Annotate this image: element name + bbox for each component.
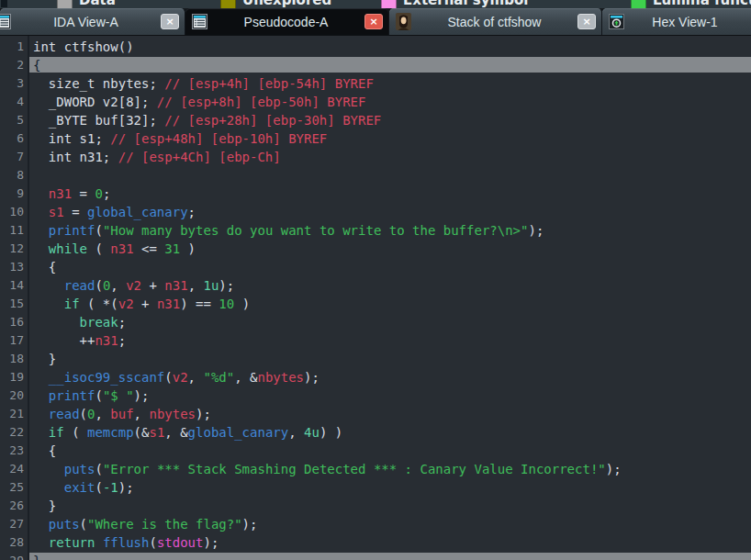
- code-text: {: [33, 442, 56, 460]
- code-line[interactable]: 6 int s1; // [esp+48h] [ebp-10h] BYREF: [0, 129, 751, 148]
- code-token: v2: [173, 370, 188, 385]
- current-line-highlight: [29, 57, 751, 73]
- code-token: read: [49, 407, 80, 421]
- code-line[interactable]: 10 s1 = global_canary;: [0, 203, 751, 221]
- code-line[interactable]: 16 break;: [0, 313, 751, 331]
- code-token: [33, 205, 49, 219]
- code-token: (: [80, 407, 87, 421]
- code-token: +: [141, 278, 164, 293]
- code-line[interactable]: 19 __isoc99_sscanf(v2, "%d", &nbytes);: [0, 368, 751, 386]
- code-line[interactable]: 25 exit(-1);: [0, 478, 751, 497]
- code-line[interactable]: 3 size_t nbytes; // [esp+4h] [ebp-54h] B…: [0, 74, 751, 93]
- close-icon[interactable]: ×: [577, 14, 596, 29]
- tab-stack-of-ctfshow[interactable]: Stack of ctfshow×: [389, 8, 602, 35]
- code-text: s1 = global_canary;: [33, 203, 196, 221]
- code-token: );: [606, 462, 622, 476]
- code-token: =: [64, 205, 87, 219]
- code-token: ( *(: [80, 297, 118, 311]
- code-line[interactable]: 29}: [0, 552, 751, 560]
- code-line[interactable]: 23 {: [0, 442, 751, 460]
- stack-frame-icon: [395, 13, 411, 30]
- tab-pseudocode-a[interactable]: Pseudocode-A×: [185, 8, 389, 35]
- legend-color-swatch: [381, 0, 397, 8]
- code-token: nbytes: [257, 370, 304, 385]
- code-line[interactable]: 21 read(0, buf, nbytes);: [0, 405, 751, 423]
- close-icon[interactable]: ×: [364, 14, 383, 29]
- code-line[interactable]: 15 if ( *(v2 + n31) == 10 ): [0, 295, 751, 313]
- code-line[interactable]: 4 _DWORD v2[8]; // [esp+8h] [ebp-50h] BY…: [0, 93, 751, 111]
- code-line[interactable]: 28 return fflush(stdout);: [0, 533, 751, 552]
- line-number: 20: [0, 386, 24, 405]
- code-token: if: [64, 297, 80, 311]
- code-line[interactable]: 2{: [0, 56, 751, 74]
- code-token: ,: [188, 278, 204, 293]
- code-line[interactable]: 1int ctfshow(): [0, 38, 751, 56]
- code-line[interactable]: 18 }: [0, 350, 751, 368]
- code-token: [33, 223, 49, 238]
- code-token: [33, 186, 49, 201]
- code-token: );: [219, 278, 234, 293]
- code-line[interactable]: 14 read(0, v2 + n31, 1u);: [0, 276, 751, 295]
- code-text: int ctfshow(): [33, 38, 134, 56]
- code-line[interactable]: 27 puts("Where is the flag?");: [0, 515, 751, 533]
- code-token: 31: [164, 241, 180, 256]
- code-line[interactable]: 12 while ( n31 <= 31 ): [0, 240, 751, 258]
- code-text: size_t nbytes; // [esp+4h] [ebp-54h] BYR…: [33, 74, 374, 93]
- code-line[interactable]: 11 printf("How many bytes do you want to…: [0, 221, 751, 240]
- code-text: _DWORD v2[8]; // [esp+8h] [ebp-50h] BYRE…: [33, 93, 365, 111]
- code-line[interactable]: 8: [0, 166, 751, 185]
- close-icon[interactable]: ×: [161, 14, 179, 29]
- code-token: s1: [149, 425, 164, 440]
- line-number: 19: [0, 368, 24, 386]
- code-line[interactable]: 9 n31 = 0;: [0, 185, 751, 203]
- code-token: // [esp+8h] [ebp-50h] BYREF: [157, 95, 366, 109]
- code-token: n31: [164, 278, 187, 293]
- ida-view-icon: [0, 13, 11, 30]
- code-token: [33, 535, 49, 550]
- code-text: while ( n31 <= 31 ): [33, 240, 196, 258]
- code-text: puts("Where is the flag?");: [33, 515, 257, 533]
- code-line[interactable]: 7 int n31; // [esp+4Ch] [ebp-Ch]: [0, 148, 751, 166]
- code-token: , &: [234, 370, 257, 385]
- code-token: __isoc99_sscanf: [49, 370, 164, 385]
- line-number: 26: [0, 497, 24, 515]
- code-text: }: [33, 350, 56, 368]
- code-line[interactable]: 24 puts("Error *** Stack Smashing Detect…: [0, 460, 751, 478]
- code-token: (: [95, 278, 102, 293]
- code-token: , &: [164, 425, 187, 440]
- tab-label: Stack of ctfshow: [411, 15, 577, 29]
- code-text: n31 = 0;: [33, 185, 110, 203]
- line-number: 5: [0, 111, 24, 129]
- code-line[interactable]: 17 ++n31;: [0, 331, 751, 350]
- code-token: _DWORD v2[8];: [33, 95, 157, 109]
- line-number: 29: [0, 552, 24, 560]
- ida-pro-window: DataUnexploredExternal symbolLumina func…: [0, 0, 751, 560]
- code-token: (: [80, 517, 87, 532]
- code-token: read: [64, 278, 95, 293]
- code-token: =: [72, 186, 95, 201]
- legend-label: Lumina function: [653, 0, 751, 8]
- code-line[interactable]: 13 {: [0, 258, 751, 276]
- pseudocode-editor[interactable]: 1int ctfshow()2{3 size_t nbytes; // [esp…: [0, 36, 751, 560]
- code-line[interactable]: 22 if ( memcmp(&s1, &global_canary, 4u) …: [0, 423, 751, 442]
- code-token: {: [33, 58, 40, 73]
- code-line[interactable]: 20 printf("$ ");: [0, 386, 751, 405]
- code-token: size_t nbytes;: [33, 76, 164, 91]
- code-token: ;: [118, 315, 126, 330]
- code-token: "Where is the flag?": [87, 517, 242, 532]
- legend-item-external-symbol: External symbol: [381, 0, 528, 8]
- tab-ida-view-a[interactable]: IDA View-A×: [0, 8, 185, 35]
- code-token: [33, 407, 49, 421]
- code-token: (: [164, 370, 172, 385]
- code-text: ++n31;: [33, 331, 126, 350]
- code-token: if: [49, 425, 64, 440]
- code-text: printf("How many bytes do you want to wr…: [33, 221, 544, 240]
- code-token: ) ): [319, 425, 342, 440]
- code-text: _BYTE buf[32]; // [esp+28h] [ebp-30h] BY…: [33, 111, 381, 129]
- code-line[interactable]: 5 _BYTE buf[32]; // [esp+28h] [ebp-30h] …: [0, 111, 751, 129]
- tab-hex-view-1[interactable]: Hex View-1: [602, 8, 751, 35]
- code-text: read(0, v2 + n31, 1u);: [33, 276, 234, 295]
- code-token: int ctfshow(): [33, 39, 134, 54]
- code-line[interactable]: 26 }: [0, 497, 751, 515]
- line-number: 7: [0, 148, 24, 166]
